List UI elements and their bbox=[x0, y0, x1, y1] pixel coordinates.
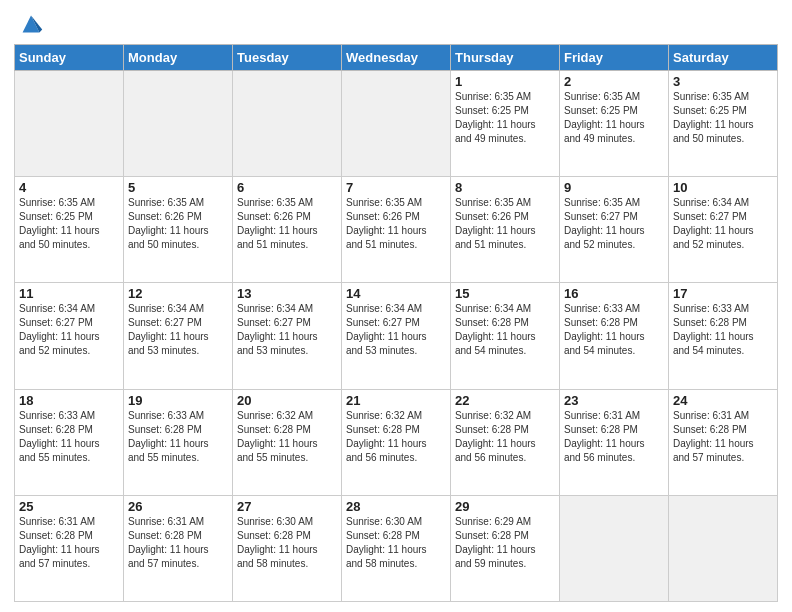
page: SundayMondayTuesdayWednesdayThursdayFrid… bbox=[0, 0, 792, 612]
day-number: 23 bbox=[564, 393, 664, 408]
calendar-cell: 29Sunrise: 6:29 AMSunset: 6:28 PMDayligh… bbox=[451, 495, 560, 601]
calendar-cell: 9Sunrise: 6:35 AMSunset: 6:27 PMDaylight… bbox=[560, 177, 669, 283]
day-info: Sunrise: 6:33 AMSunset: 6:28 PMDaylight:… bbox=[673, 302, 773, 358]
day-info: Sunrise: 6:32 AMSunset: 6:28 PMDaylight:… bbox=[455, 409, 555, 465]
day-number: 24 bbox=[673, 393, 773, 408]
calendar-cell: 6Sunrise: 6:35 AMSunset: 6:26 PMDaylight… bbox=[233, 177, 342, 283]
day-info: Sunrise: 6:35 AMSunset: 6:25 PMDaylight:… bbox=[455, 90, 555, 146]
weekday-tuesday: Tuesday bbox=[233, 45, 342, 71]
day-number: 11 bbox=[19, 286, 119, 301]
calendar-cell: 11Sunrise: 6:34 AMSunset: 6:27 PMDayligh… bbox=[15, 283, 124, 389]
day-number: 20 bbox=[237, 393, 337, 408]
day-info: Sunrise: 6:35 AMSunset: 6:26 PMDaylight:… bbox=[346, 196, 446, 252]
day-info: Sunrise: 6:31 AMSunset: 6:28 PMDaylight:… bbox=[673, 409, 773, 465]
day-number: 1 bbox=[455, 74, 555, 89]
day-info: Sunrise: 6:35 AMSunset: 6:26 PMDaylight:… bbox=[237, 196, 337, 252]
calendar-cell bbox=[124, 71, 233, 177]
day-info: Sunrise: 6:34 AMSunset: 6:27 PMDaylight:… bbox=[237, 302, 337, 358]
day-number: 21 bbox=[346, 393, 446, 408]
day-number: 22 bbox=[455, 393, 555, 408]
day-number: 12 bbox=[128, 286, 228, 301]
week-row-3: 11Sunrise: 6:34 AMSunset: 6:27 PMDayligh… bbox=[15, 283, 778, 389]
weekday-friday: Friday bbox=[560, 45, 669, 71]
weekday-monday: Monday bbox=[124, 45, 233, 71]
calendar-cell bbox=[560, 495, 669, 601]
day-info: Sunrise: 6:35 AMSunset: 6:25 PMDaylight:… bbox=[564, 90, 664, 146]
day-info: Sunrise: 6:34 AMSunset: 6:27 PMDaylight:… bbox=[346, 302, 446, 358]
day-info: Sunrise: 6:35 AMSunset: 6:27 PMDaylight:… bbox=[564, 196, 664, 252]
day-number: 28 bbox=[346, 499, 446, 514]
day-number: 29 bbox=[455, 499, 555, 514]
day-info: Sunrise: 6:35 AMSunset: 6:26 PMDaylight:… bbox=[128, 196, 228, 252]
day-number: 18 bbox=[19, 393, 119, 408]
day-info: Sunrise: 6:31 AMSunset: 6:28 PMDaylight:… bbox=[19, 515, 119, 571]
week-row-1: 1Sunrise: 6:35 AMSunset: 6:25 PMDaylight… bbox=[15, 71, 778, 177]
weekday-wednesday: Wednesday bbox=[342, 45, 451, 71]
week-row-5: 25Sunrise: 6:31 AMSunset: 6:28 PMDayligh… bbox=[15, 495, 778, 601]
day-number: 15 bbox=[455, 286, 555, 301]
weekday-header-row: SundayMondayTuesdayWednesdayThursdayFrid… bbox=[15, 45, 778, 71]
week-row-4: 18Sunrise: 6:33 AMSunset: 6:28 PMDayligh… bbox=[15, 389, 778, 495]
calendar-cell: 3Sunrise: 6:35 AMSunset: 6:25 PMDaylight… bbox=[669, 71, 778, 177]
day-number: 6 bbox=[237, 180, 337, 195]
calendar-cell: 20Sunrise: 6:32 AMSunset: 6:28 PMDayligh… bbox=[233, 389, 342, 495]
calendar-cell: 16Sunrise: 6:33 AMSunset: 6:28 PMDayligh… bbox=[560, 283, 669, 389]
logo bbox=[14, 10, 45, 38]
day-number: 10 bbox=[673, 180, 773, 195]
day-info: Sunrise: 6:32 AMSunset: 6:28 PMDaylight:… bbox=[346, 409, 446, 465]
calendar-cell: 1Sunrise: 6:35 AMSunset: 6:25 PMDaylight… bbox=[451, 71, 560, 177]
calendar-cell bbox=[669, 495, 778, 601]
calendar-cell: 25Sunrise: 6:31 AMSunset: 6:28 PMDayligh… bbox=[15, 495, 124, 601]
calendar-cell bbox=[233, 71, 342, 177]
calendar-cell: 10Sunrise: 6:34 AMSunset: 6:27 PMDayligh… bbox=[669, 177, 778, 283]
day-info: Sunrise: 6:32 AMSunset: 6:28 PMDaylight:… bbox=[237, 409, 337, 465]
calendar-cell: 4Sunrise: 6:35 AMSunset: 6:25 PMDaylight… bbox=[15, 177, 124, 283]
day-info: Sunrise: 6:35 AMSunset: 6:25 PMDaylight:… bbox=[19, 196, 119, 252]
day-number: 19 bbox=[128, 393, 228, 408]
day-number: 26 bbox=[128, 499, 228, 514]
day-info: Sunrise: 6:34 AMSunset: 6:27 PMDaylight:… bbox=[19, 302, 119, 358]
day-info: Sunrise: 6:33 AMSunset: 6:28 PMDaylight:… bbox=[128, 409, 228, 465]
day-info: Sunrise: 6:35 AMSunset: 6:25 PMDaylight:… bbox=[673, 90, 773, 146]
calendar-cell: 13Sunrise: 6:34 AMSunset: 6:27 PMDayligh… bbox=[233, 283, 342, 389]
calendar-cell: 24Sunrise: 6:31 AMSunset: 6:28 PMDayligh… bbox=[669, 389, 778, 495]
weekday-saturday: Saturday bbox=[669, 45, 778, 71]
header bbox=[14, 10, 778, 38]
calendar-cell: 26Sunrise: 6:31 AMSunset: 6:28 PMDayligh… bbox=[124, 495, 233, 601]
day-info: Sunrise: 6:31 AMSunset: 6:28 PMDaylight:… bbox=[128, 515, 228, 571]
day-info: Sunrise: 6:31 AMSunset: 6:28 PMDaylight:… bbox=[564, 409, 664, 465]
day-info: Sunrise: 6:34 AMSunset: 6:27 PMDaylight:… bbox=[673, 196, 773, 252]
calendar-cell: 12Sunrise: 6:34 AMSunset: 6:27 PMDayligh… bbox=[124, 283, 233, 389]
calendar-cell: 15Sunrise: 6:34 AMSunset: 6:28 PMDayligh… bbox=[451, 283, 560, 389]
day-number: 5 bbox=[128, 180, 228, 195]
day-info: Sunrise: 6:33 AMSunset: 6:28 PMDaylight:… bbox=[564, 302, 664, 358]
calendar-cell: 14Sunrise: 6:34 AMSunset: 6:27 PMDayligh… bbox=[342, 283, 451, 389]
logo-icon bbox=[17, 10, 45, 38]
calendar-cell: 5Sunrise: 6:35 AMSunset: 6:26 PMDaylight… bbox=[124, 177, 233, 283]
calendar-cell: 19Sunrise: 6:33 AMSunset: 6:28 PMDayligh… bbox=[124, 389, 233, 495]
calendar-cell: 21Sunrise: 6:32 AMSunset: 6:28 PMDayligh… bbox=[342, 389, 451, 495]
day-number: 25 bbox=[19, 499, 119, 514]
day-number: 3 bbox=[673, 74, 773, 89]
calendar-cell: 8Sunrise: 6:35 AMSunset: 6:26 PMDaylight… bbox=[451, 177, 560, 283]
day-info: Sunrise: 6:30 AMSunset: 6:28 PMDaylight:… bbox=[346, 515, 446, 571]
calendar-cell bbox=[342, 71, 451, 177]
day-info: Sunrise: 6:34 AMSunset: 6:28 PMDaylight:… bbox=[455, 302, 555, 358]
calendar-cell: 2Sunrise: 6:35 AMSunset: 6:25 PMDaylight… bbox=[560, 71, 669, 177]
weekday-thursday: Thursday bbox=[451, 45, 560, 71]
day-number: 17 bbox=[673, 286, 773, 301]
calendar-cell: 28Sunrise: 6:30 AMSunset: 6:28 PMDayligh… bbox=[342, 495, 451, 601]
day-info: Sunrise: 6:34 AMSunset: 6:27 PMDaylight:… bbox=[128, 302, 228, 358]
day-number: 14 bbox=[346, 286, 446, 301]
week-row-2: 4Sunrise: 6:35 AMSunset: 6:25 PMDaylight… bbox=[15, 177, 778, 283]
weekday-sunday: Sunday bbox=[15, 45, 124, 71]
day-info: Sunrise: 6:30 AMSunset: 6:28 PMDaylight:… bbox=[237, 515, 337, 571]
day-number: 8 bbox=[455, 180, 555, 195]
calendar-cell: 7Sunrise: 6:35 AMSunset: 6:26 PMDaylight… bbox=[342, 177, 451, 283]
day-number: 7 bbox=[346, 180, 446, 195]
calendar-cell: 23Sunrise: 6:31 AMSunset: 6:28 PMDayligh… bbox=[560, 389, 669, 495]
day-number: 9 bbox=[564, 180, 664, 195]
day-number: 27 bbox=[237, 499, 337, 514]
calendar: SundayMondayTuesdayWednesdayThursdayFrid… bbox=[14, 44, 778, 602]
day-info: Sunrise: 6:29 AMSunset: 6:28 PMDaylight:… bbox=[455, 515, 555, 571]
